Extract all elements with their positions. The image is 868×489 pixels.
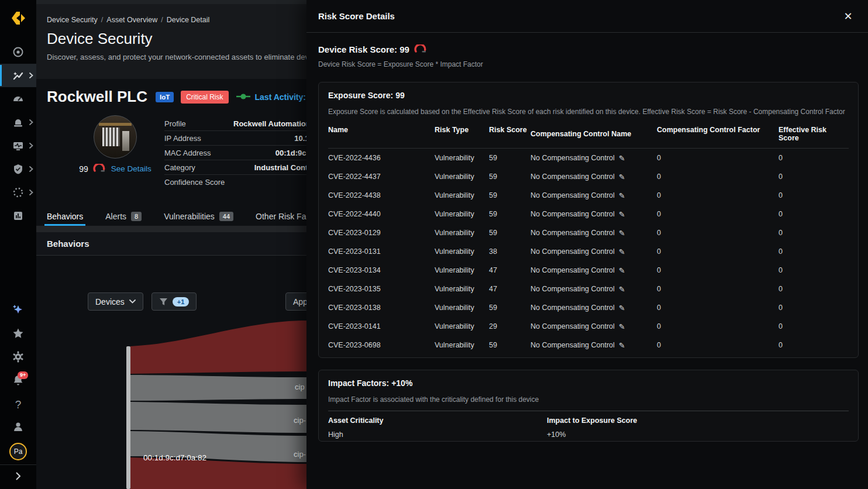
edit-compensating-control-icon[interactable]: ✎ [619,229,625,237]
compensating-control-name: No Compensating Control [531,322,615,330]
device-field-row: CategoryIndustrial Control [164,160,318,175]
devices-dropdown[interactable]: Devices [88,292,143,311]
see-details-link[interactable]: See Details [111,164,151,173]
compensating-control-factor-cell: 0 [657,154,779,162]
sidebar: 9+ ? Pa [0,0,36,489]
device-risk-score: 99 [79,164,88,174]
behaviors-sankey-chart[interactable]: 00:1d:9c:d7:0a:82 cip cip- cip- [88,316,306,489]
shield-check-icon [12,163,24,175]
cve-link[interactable]: CVE-2023-0135 [328,285,435,293]
chevron-right-icon [15,472,21,483]
notifications-button[interactable]: 9+ [0,370,36,393]
sidebar-item-monitoring[interactable] [0,134,36,157]
breadcrumb-item[interactable]: Device Detail [167,16,210,24]
sidebar-item-device-security[interactable] [0,64,36,87]
column-header: Risk Type [435,126,489,142]
ai-assistant-button[interactable] [0,299,36,323]
field-value: Rockwell Automation P [233,119,318,128]
sidebar-item-radar[interactable] [0,40,36,64]
sidebar-item-alerts[interactable] [0,111,36,134]
filter-funnel-icon [159,298,168,306]
compensating-control-name: No Compensating Control [531,304,615,312]
risk-type-cell: Vulnerability [435,154,489,162]
table-row: CVE-2023-0129Vulnerability59No Compensat… [328,223,849,242]
compensating-control-name: No Compensating Control [531,247,615,256]
panel-header: Risk Score Details ✕ [306,0,868,33]
edit-compensating-control-icon[interactable]: ✎ [619,322,625,331]
tab-behaviors[interactable]: Behaviors [47,206,83,226]
cve-link[interactable]: CVE-2023-0129 [328,229,435,237]
ai-sparkles-icon [11,303,25,319]
device-risk-score-block: Device Risk Score: 99 Device Risk Score … [306,33,868,68]
avatar: Pa [9,443,27,460]
sankey-flow-label: cip- [294,450,306,459]
edit-compensating-control-icon[interactable]: ✎ [619,173,625,181]
risk-score-details-panel: Risk Score Details ✕ Device Risk Score: … [306,0,868,489]
tab-count-badge: 44 [219,212,233,221]
sidebar-item-reports[interactable] [0,204,36,228]
sidebar-item-protection[interactable] [0,157,36,181]
help-button[interactable]: ? [0,393,36,416]
edit-compensating-control-icon[interactable]: ✎ [619,191,625,200]
process-dots-icon [12,187,24,198]
panel-title: Risk Score Details [318,11,840,21]
gear-icon [12,350,25,366]
tab-label: Behaviors [47,212,83,221]
device-field-row: Confidence Score99 [164,175,318,190]
sidebar-collapse-button[interactable] [0,466,36,489]
breadcrumb-item[interactable]: Device Security [47,16,98,24]
sidebar-item-dashboard[interactable] [0,87,36,111]
cve-link[interactable]: CVE-2023-0138 [328,304,435,312]
table-row: CVE-2022-4440Vulnerability59No Compensat… [328,205,849,223]
last-activity-label[interactable]: Last Activity: [255,92,306,102]
account-avatar[interactable]: Pa [0,440,36,463]
sidebar-divider [0,464,36,465]
asset-criticality-cell: High [328,431,547,439]
device-name: Rockwell PLC [47,88,147,106]
sidebar-bottom: 9+ ? Pa [0,299,36,489]
cve-link[interactable]: CVE-2022-4437 [328,173,435,181]
cve-link[interactable]: CVE-2023-0698 [328,341,435,349]
edit-compensating-control-icon[interactable]: ✎ [619,210,625,219]
compensating-control-name: No Compensating Control [531,285,615,293]
edit-compensating-control-icon[interactable]: ✎ [619,341,625,350]
siren-icon [12,116,24,128]
risk-score-cell: 59 [489,210,531,218]
cve-link[interactable]: CVE-2022-4438 [328,191,435,199]
chevron-right-icon [29,190,33,195]
edit-compensating-control-icon[interactable]: ✎ [619,247,625,256]
cve-link[interactable]: CVE-2022-4436 [328,154,435,162]
edit-compensating-control-icon[interactable]: ✎ [619,266,625,275]
compensating-control-factor-cell: 0 [657,173,779,181]
sidebar-item-processes[interactable] [0,181,36,204]
tab-alerts[interactable]: Alerts8 [105,206,142,226]
compensating-control-cell: No Compensating Control✎ [531,173,657,181]
breadcrumb-item[interactable]: Asset Overview [106,16,157,24]
cve-link[interactable]: CVE-2023-0134 [328,266,435,274]
compensating-control-factor-cell: 0 [657,266,779,274]
filter-count-badge: +1 [173,297,190,307]
cve-link[interactable]: CVE-2023-0141 [328,322,435,330]
exposure-table-body: CVE-2022-4436Vulnerability59No Compensat… [328,149,849,358]
risk-score-cell: 29 [489,322,531,330]
edit-compensating-control-icon[interactable]: ✎ [619,154,625,163]
favorites-button[interactable] [0,323,36,346]
settings-button[interactable] [0,346,36,370]
edit-compensating-control-icon[interactable]: ✎ [619,304,625,312]
gauge-icon [12,93,24,105]
close-icon[interactable]: ✕ [840,8,856,25]
cve-link[interactable]: CVE-2022-4440 [328,210,435,218]
user-button[interactable] [0,416,36,440]
edit-compensating-control-icon[interactable]: ✎ [619,285,625,294]
chevron-right-icon [29,143,33,149]
impact-factors-card: Impact Factors: +10% Impact Factor is as… [318,370,859,442]
tab-vulnerabilities[interactable]: Vulnerabilities44 [164,206,233,226]
app-logo-icon[interactable] [7,7,29,29]
cve-link[interactable]: CVE-2023-0131 [328,247,435,256]
sankey-node-bar [126,346,130,489]
risk-type-cell: Vulnerability [435,247,489,256]
compensating-control-name: No Compensating Control [531,173,615,181]
report-icon [12,210,24,222]
filter-button[interactable]: +1 [151,292,197,311]
exposure-score-card: Exposure Score: 99 Exposure Score is cal… [318,82,859,358]
